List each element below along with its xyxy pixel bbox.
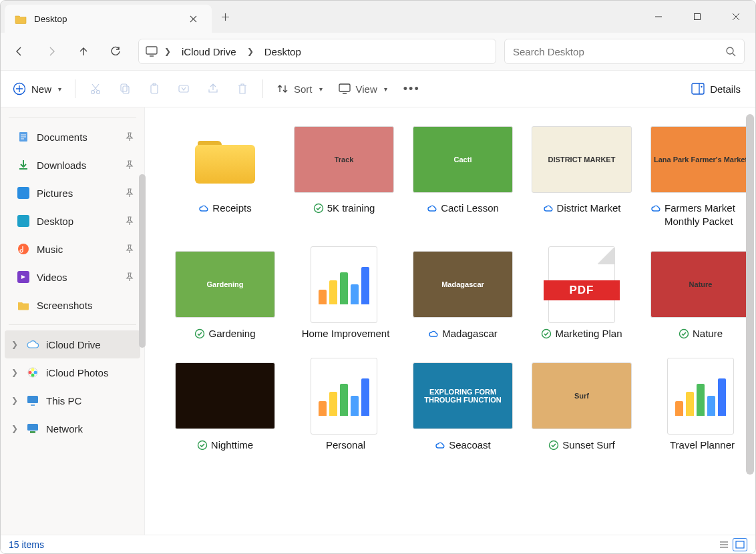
copy-button[interactable] [112,76,138,101]
svg-point-19 [31,374,35,377]
details-button[interactable]: Details [682,76,750,101]
forward-button[interactable] [37,38,66,65]
sidebar-item-network[interactable]: ❯ Network [5,414,140,443]
chevron-right-icon[interactable]: ❯ [10,340,19,349]
breadcrumb-desktop[interactable]: Desktop [260,43,305,60]
file-name: Nature [693,327,723,340]
paste-button[interactable] [141,76,168,101]
chevron-right-icon[interactable]: ❯ [10,424,19,433]
address-bar[interactable]: ❯ iCloud Drive ❯ Desktop [138,39,496,64]
chevron-down-icon: ▾ [58,85,61,93]
scrollbar[interactable] [746,114,754,475]
file-item[interactable]: Travel Planner [647,358,754,452]
sort-label: Sort [294,83,313,95]
sidebar-item-pictures[interactable]: Pictures [5,179,140,207]
minimize-button[interactable] [639,1,678,33]
sync-status-icon [198,202,209,214]
chevron-right-icon[interactable]: ❯ [10,396,19,405]
svg-rect-11 [339,84,350,91]
pin-icon [126,244,134,254]
sidebar-item-desktop[interactable]: Desktop [5,207,140,235]
statusbar: 15 items [1,535,755,553]
item-count: 15 items [9,539,44,550]
videos-icon [17,270,30,284]
file-name: Sunset Surf [562,439,614,452]
rename-button[interactable] [170,76,197,101]
image-thumbnail: Gardening [175,251,275,318]
sidebar-item-music[interactable]: Music [5,235,140,263]
delete-button[interactable] [229,76,256,101]
more-button[interactable]: ••• [397,76,427,101]
breadcrumb-icloud-drive[interactable]: iCloud Drive [178,43,240,60]
search-icon [725,46,736,57]
file-item[interactable]: Surf Sunset Surf [528,358,635,452]
sidebar-item-label: iCloud Drive [46,339,101,350]
sync-status-icon [548,439,559,451]
sidebar-item-icloud-drive[interactable]: ❯ iCloud Drive [5,330,140,358]
file-item[interactable]: Madagascar Madagascar [409,246,516,340]
sync-status-icon [541,327,552,339]
sync-status-icon [194,327,205,339]
file-item[interactable]: Cacti Cacti Lesson [409,121,516,229]
search-input[interactable] [513,46,725,57]
sidebar-item-label: iCloud Photos [46,367,108,378]
file-item[interactable]: Gardening Gardening [172,246,278,340]
file-name: Nighttime [211,439,253,452]
view-button[interactable]: View ▾ [332,76,394,101]
sidebar-item-label: This PC [46,395,81,406]
sidebar-item-label: Music [37,244,63,255]
pin-icon [126,160,134,170]
file-item[interactable]: Receipts [172,121,278,229]
up-button[interactable] [69,38,98,65]
chevron-right-icon: ❯ [162,47,174,56]
thispc-icon [26,394,39,407]
sort-button[interactable]: Sort ▾ [270,76,329,101]
file-explorer-window: Desktop ❯ iCloud Drive ❯ Desktop [0,0,756,554]
close-button[interactable] [717,1,755,33]
folder-icon [195,135,255,184]
view-label: View [356,83,377,95]
svg-rect-7 [123,86,129,93]
share-button[interactable] [200,76,226,101]
file-item[interactable]: EXPLORING FORM THROUGH FUNCTION Seacoast [409,358,516,452]
sidebar-item-this-pc[interactable]: ❯ This PC [5,386,140,414]
new-button[interactable]: New ▾ [6,76,68,101]
sidebar-item-downloads[interactable]: Downloads [5,151,140,179]
view-icons-toggle[interactable] [733,538,747,551]
file-item[interactable]: Nature Nature [647,246,754,340]
back-button[interactable] [5,38,34,65]
file-item[interactable]: Nighttime [172,358,278,452]
tab-desktop[interactable]: Desktop [5,5,212,33]
image-thumbnail: Cacti [413,126,513,193]
view-details-toggle[interactable] [717,538,731,551]
sidebar-item-documents[interactable]: Documents [5,123,140,151]
file-item[interactable]: Track 5K training [291,121,397,229]
sidebar-item-videos[interactable]: Videos [5,263,140,291]
sync-status-icon [679,327,689,339]
file-item[interactable]: Home Improvement [291,246,397,340]
maximize-button[interactable] [678,1,717,33]
tab-close-button[interactable] [184,9,202,28]
navigation-row: ❯ iCloud Drive ❯ Desktop [1,33,755,70]
image-thumbnail: Track [294,126,394,193]
folder-icon [17,298,30,312]
content-area: Receipts Track 5K training Cacti Cacti L… [145,107,755,535]
file-item[interactable]: DISTRICT MARKET District Market [528,121,635,229]
file-item[interactable]: Lana Park Farmer's Market Farmers Market… [647,121,754,229]
refresh-button[interactable] [101,38,130,65]
file-item[interactable]: PDF Marketing Plan [528,246,635,340]
cut-button[interactable] [82,76,109,101]
sidebar-item-icloud-photos[interactable]: ❯ iCloud Photos [5,358,140,386]
sidebar-item-screenshots[interactable]: Screenshots [5,291,140,319]
new-tab-button[interactable] [212,1,238,33]
file-item[interactable]: Personal [291,358,397,452]
search-box[interactable] [504,39,745,64]
pictures-icon [17,186,30,200]
svg-point-17 [31,368,35,372]
toolbar: New ▾ Sort ▾ View ▾ ••• Details [1,70,755,107]
chevron-right-icon[interactable]: ❯ [10,368,19,377]
file-name: Travel Planner [670,439,735,452]
sidebar-item-label: Videos [37,272,67,283]
pin-icon [126,216,134,226]
file-name: Cacti Lesson [441,202,499,215]
